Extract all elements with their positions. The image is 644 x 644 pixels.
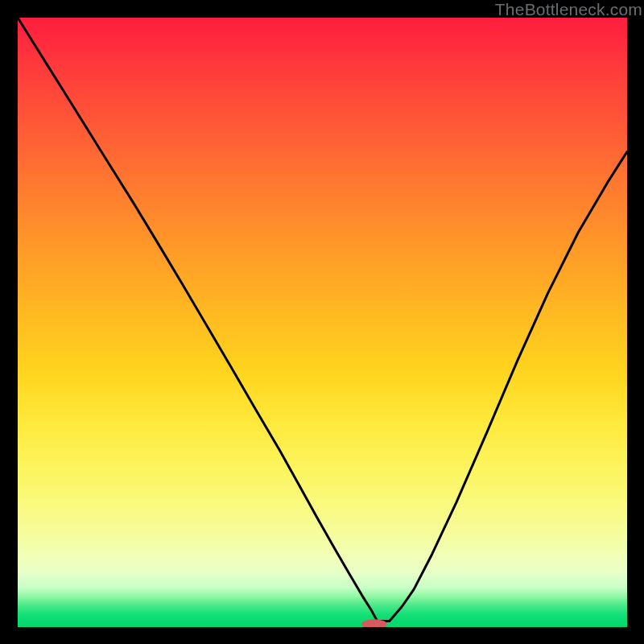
chart-frame: TheBottleneck.com — [0, 0, 644, 644]
bottleneck-curve — [18, 18, 627, 621]
watermark-label: TheBottleneck.com — [495, 0, 642, 19]
plot-area — [18, 18, 627, 627]
curve-layer — [18, 18, 627, 627]
